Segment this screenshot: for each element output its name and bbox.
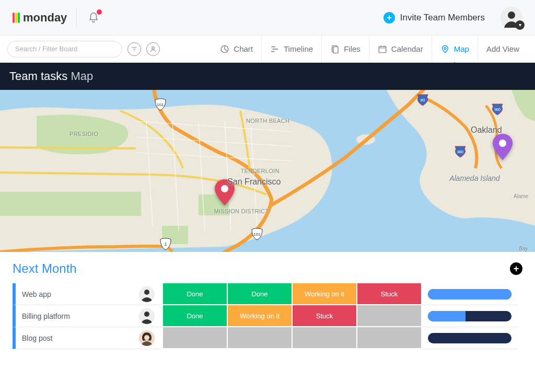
person-icon xyxy=(149,45,157,53)
status-cell[interactable]: Done xyxy=(227,283,292,305)
map-label-north-beach: NORTH BEACH xyxy=(246,118,289,124)
group-next-month: Next Month + Web app Done Done Working o… xyxy=(0,252,535,349)
svg-rect-10 xyxy=(0,192,141,216)
board-title: Team tasks xyxy=(9,70,67,83)
brand-logo[interactable]: monday xyxy=(13,11,67,25)
tab-label: Chart xyxy=(234,44,253,53)
chevron-down-icon: ▾ xyxy=(515,20,525,30)
map-label-alameda-city: Alame xyxy=(514,193,528,199)
group-table: Web app Done Done Working on it Stuck Bi… xyxy=(13,283,522,349)
table-row[interactable]: Billing platform Done Working on it Stuc… xyxy=(13,305,522,327)
tab-timeline[interactable]: Timeline xyxy=(261,36,321,62)
avatar-icon xyxy=(139,330,155,346)
svg-text:101: 101 xyxy=(157,102,165,107)
status-cell[interactable] xyxy=(227,327,292,349)
svg-point-14 xyxy=(499,140,506,147)
svg-point-22 xyxy=(144,290,149,295)
progress-cell[interactable] xyxy=(421,305,518,327)
status-cell[interactable]: Done xyxy=(162,283,227,305)
notification-dot-icon xyxy=(97,9,102,15)
tab-add-view[interactable]: Add View xyxy=(478,36,528,62)
item-name[interactable]: Billing platform xyxy=(13,305,132,327)
pin-icon xyxy=(440,44,450,54)
brand-name: monday xyxy=(23,11,67,25)
invite-label: Invite Team Members xyxy=(400,13,485,23)
status-cell[interactable] xyxy=(356,327,421,349)
item-name[interactable]: Blog post xyxy=(13,327,132,349)
tab-label: Timeline xyxy=(284,44,313,53)
svg-rect-6 xyxy=(379,46,386,52)
board-toolbar: Search / Filter Board Chart Timeline Fil… xyxy=(0,36,535,63)
progress-cell[interactable] xyxy=(421,283,518,305)
person-filter-button[interactable] xyxy=(146,42,160,56)
filter-button[interactable] xyxy=(127,42,141,56)
road-shield-80: 80 xyxy=(417,94,428,106)
svg-point-7 xyxy=(444,47,446,49)
status-cell[interactable] xyxy=(356,305,421,327)
road-shield-880: 880 xyxy=(455,145,466,158)
item-owner[interactable] xyxy=(132,283,162,305)
status-cell[interactable]: Done xyxy=(162,305,227,327)
view-tabs: Chart Timeline Files Calendar Map Add Vi… xyxy=(212,36,528,62)
road-shield-980: 980 xyxy=(492,103,503,116)
status-cell[interactable]: Working on it xyxy=(292,283,356,305)
svg-point-1 xyxy=(508,11,515,19)
progress-cell[interactable] xyxy=(421,327,518,349)
search-placeholder: Search / Filter Board xyxy=(15,45,77,53)
tab-label: Files xyxy=(344,44,360,53)
road-shield-101: 101 xyxy=(155,98,166,111)
item-owner[interactable] xyxy=(132,305,162,327)
status-cell[interactable]: Working on it xyxy=(227,305,292,327)
timeline-icon xyxy=(270,44,280,54)
table-row[interactable]: Web app Done Done Working on it Stuck xyxy=(13,283,522,305)
app-header: monday + Invite Team Members ▾ xyxy=(0,0,535,36)
item-owner[interactable] xyxy=(132,327,162,349)
table-row[interactable]: Blog post xyxy=(13,327,522,349)
road-shield-101-b: 101 xyxy=(251,228,263,240)
map-label-mission: MISSION DISTRICT xyxy=(214,208,269,214)
board-subtitle: Map xyxy=(71,70,93,83)
svg-point-24 xyxy=(144,312,149,317)
status-cell[interactable] xyxy=(162,327,227,349)
svg-text:880: 880 xyxy=(457,150,463,154)
tab-map[interactable]: Map xyxy=(432,36,478,62)
map-label-alameda: Alameda Island xyxy=(449,174,500,182)
tab-chart[interactable]: Chart xyxy=(212,36,261,62)
avatar-icon xyxy=(139,308,155,324)
svg-text:1: 1 xyxy=(165,241,167,247)
map-label-presidio: PRESIDIO xyxy=(69,131,98,137)
avatar-icon xyxy=(139,286,155,302)
status-cell[interactable]: Stuck xyxy=(356,283,421,305)
group-title[interactable]: Next Month xyxy=(13,261,77,276)
svg-rect-5 xyxy=(333,47,338,53)
tab-label: Add View xyxy=(486,44,519,53)
svg-point-26 xyxy=(144,335,149,340)
filter-icon xyxy=(131,45,138,53)
status-cell[interactable] xyxy=(292,327,356,349)
tab-label: Calendar xyxy=(391,44,423,53)
notifications-button[interactable] xyxy=(86,10,101,25)
add-item-button[interactable]: + xyxy=(510,262,522,275)
divider xyxy=(76,8,77,28)
road-shield-1: 1 xyxy=(160,238,171,250)
map-label-oak: Oakland xyxy=(471,125,502,135)
logo-mark-icon xyxy=(13,13,20,23)
svg-text:980: 980 xyxy=(494,108,501,111)
map-label-bay: Bay xyxy=(519,246,528,251)
files-icon xyxy=(330,44,340,54)
board-title-bar: Team tasks Map xyxy=(0,63,535,90)
map-label-tenderloin: TENDERLOIN xyxy=(241,168,280,174)
tab-files[interactable]: Files xyxy=(321,36,369,62)
status-cell[interactable]: Stuck xyxy=(292,305,356,327)
invite-members-button[interactable]: + Invite Team Members xyxy=(383,12,485,24)
calendar-icon xyxy=(378,44,387,54)
chart-icon xyxy=(220,44,229,54)
tab-label: Map xyxy=(454,44,469,53)
account-menu[interactable]: ▾ xyxy=(501,7,522,29)
map-view[interactable]: San Francisco Oakland NORTH BEACH PRESID… xyxy=(0,90,535,252)
map-label-sf: San Francisco xyxy=(227,177,281,187)
tab-calendar[interactable]: Calendar xyxy=(369,36,432,62)
svg-text:80: 80 xyxy=(421,98,425,102)
search-input[interactable]: Search / Filter Board xyxy=(7,41,122,57)
item-name[interactable]: Web app xyxy=(13,283,132,305)
